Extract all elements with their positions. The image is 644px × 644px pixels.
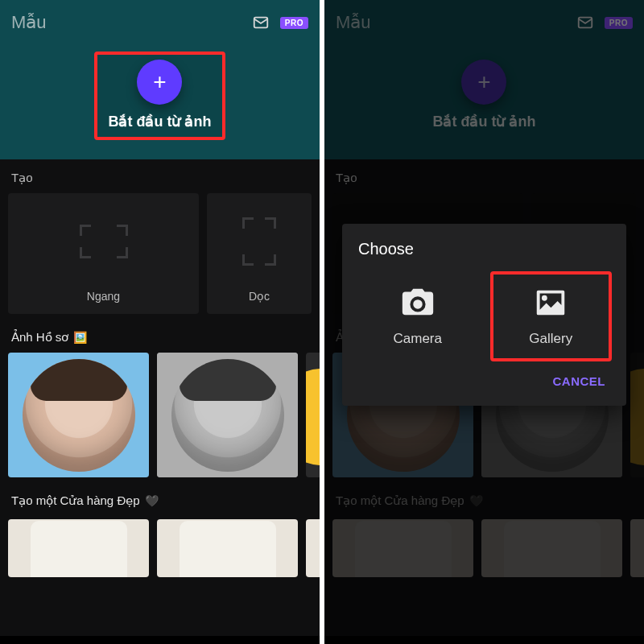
create-horizontal-label: Ngang	[87, 290, 120, 303]
create-horizontal-card[interactable]: Ngang	[8, 193, 199, 314]
cancel-button[interactable]: CANCEL	[548, 368, 611, 394]
crop-vertical-icon	[242, 217, 276, 266]
section-store-label: Tạo một Cửa hàng Đẹp 🖤	[0, 477, 320, 516]
choose-camera-button[interactable]: Camera	[358, 273, 477, 360]
store-template-3[interactable]	[306, 519, 320, 577]
store-template-1[interactable]	[8, 519, 149, 577]
choose-dialog: Choose Camera Gallery CANCEL	[342, 224, 626, 406]
top-bar: Mẫu PRO	[0, 0, 320, 45]
section-profile-label: Ảnh Hồ sơ 🖼️	[0, 314, 320, 353]
heart-emoji-icon: 🖤	[145, 494, 159, 507]
choose-gallery-button[interactable]: Gallery	[492, 273, 611, 360]
dialog-choices: Camera Gallery	[358, 273, 610, 360]
screenshot-pair: Mẫu PRO + Bắt đầu từ ảnh Tạo Ngang	[0, 0, 644, 644]
store-thumbs	[0, 519, 320, 577]
dialog-title: Choose	[358, 240, 610, 258]
store-template-2[interactable]	[157, 519, 298, 577]
section-profile-text: Ảnh Hồ sơ	[11, 330, 68, 345]
profile-template-3[interactable]	[306, 353, 320, 477]
choose-camera-label: Camera	[394, 331, 442, 347]
section-create-label: Tạo	[0, 159, 320, 193]
plus-icon: +	[137, 60, 182, 105]
picture-emoji-icon: 🖼️	[73, 331, 87, 344]
create-row: Ngang Dọc	[0, 193, 320, 314]
page-title: Mẫu	[11, 12, 242, 33]
choose-gallery-label: Gallery	[529, 331, 572, 347]
nav-bar	[0, 636, 320, 644]
gallery-icon	[532, 284, 569, 321]
profile-template-1[interactable]	[8, 353, 149, 477]
mail-icon[interactable]	[250, 11, 272, 34]
phone-right: Mẫu PRO + Bắt đầu từ ảnh Tạo Ảnh Hồ sơ 🖼…	[324, 0, 644, 644]
create-vertical-card[interactable]: Dọc	[207, 193, 312, 314]
start-from-photo-button[interactable]: + Bắt đầu từ ảnh	[96, 53, 225, 138]
profile-thumbs	[0, 353, 320, 477]
crop-horizontal-icon	[80, 225, 128, 258]
section-store-text: Tạo một Cửa hàng Đẹp	[11, 493, 140, 508]
phone-left: Mẫu PRO + Bắt đầu từ ảnh Tạo Ngang	[0, 0, 320, 644]
profile-template-2[interactable]	[157, 353, 298, 477]
nav-bar	[324, 636, 644, 644]
create-vertical-label: Dọc	[249, 290, 270, 303]
hero-area: + Bắt đầu từ ảnh	[0, 45, 320, 159]
start-from-photo-label: Bắt đầu từ ảnh	[109, 113, 212, 130]
pro-badge[interactable]: PRO	[280, 17, 308, 29]
camera-icon	[399, 284, 436, 321]
dialog-actions: CANCEL	[358, 368, 610, 394]
